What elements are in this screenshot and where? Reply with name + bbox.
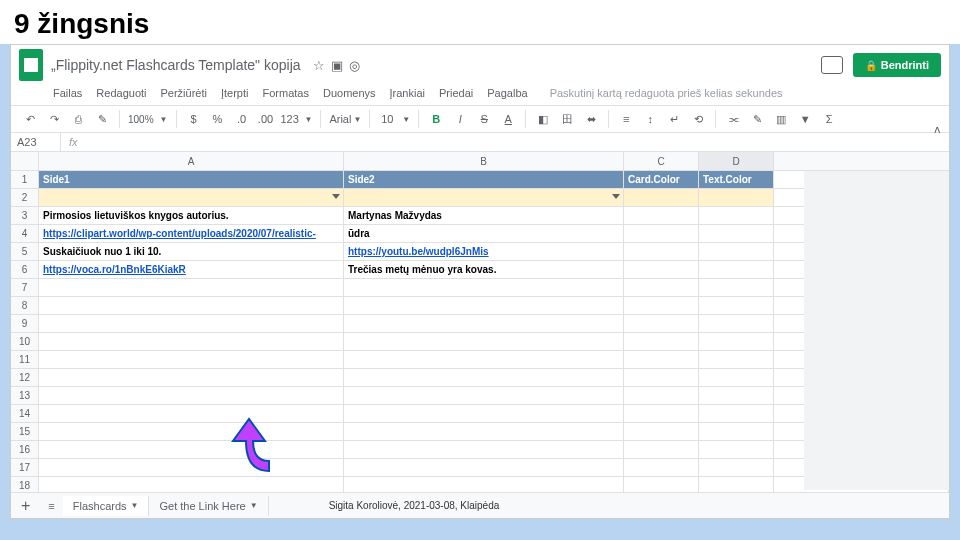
cell-link[interactable]: https://voca.ro/1nBnkE6KiakR [39,261,344,278]
col-header-b[interactable]: B [344,152,624,170]
cell-dropdown[interactable] [344,189,624,206]
last-edit: Paskutinį kartą redaguota prieš kelias s… [550,87,783,99]
menu-edit[interactable]: Redaguoti [96,87,146,99]
row-header[interactable]: 12 [11,369,39,386]
tab-label: Get the Link Here [159,500,245,512]
link-icon[interactable]: ⫘ [724,113,742,125]
menu-file[interactable]: Failas [53,87,82,99]
row-header[interactable]: 4 [11,225,39,242]
menu-insert[interactable]: Įterpti [221,87,249,99]
sheets-logo-icon [19,49,43,81]
name-box[interactable]: A23 [11,133,61,151]
menu-help[interactable]: Pagalba [487,87,527,99]
italic-icon[interactable]: I [451,113,469,125]
cell[interactable]: Card.Color [624,171,699,188]
cell[interactable]: Pirmosios lietuviškos knygos autorius. [39,207,344,224]
row-header[interactable]: 2 [11,189,39,206]
doc-title[interactable]: „Flippity.net Flashcards Template" kopij… [51,57,301,73]
footer-note: Sigita Koroliovė, 2021-03-08, Klaipėda [329,500,500,511]
chevron-down-icon[interactable] [332,194,340,199]
comment2-icon[interactable]: ✎ [748,113,766,126]
row-header[interactable]: 10 [11,333,39,350]
cell[interactable]: ūdra [344,225,624,242]
row-header[interactable]: 6 [11,261,39,278]
tab-getlink[interactable]: Get the Link Here▼ [149,496,268,516]
cell[interactable]: Martynas Mažvydas [344,207,624,224]
fontsize[interactable]: 10 [378,113,396,125]
row-header[interactable]: 13 [11,387,39,404]
add-sheet-button[interactable]: + [11,497,40,515]
comment-icon[interactable] [821,56,843,74]
strike-icon[interactable]: S [475,113,493,125]
chart-icon[interactable]: ▥ [772,113,790,126]
chevron-down-icon[interactable] [612,194,620,199]
paint-icon[interactable]: ✎ [93,113,111,126]
sheets-app: „Flippity.net Flashcards Template" kopij… [10,44,950,519]
cell[interactable]: Trečias metų mėnuo yra kovas. [344,261,624,278]
halign-icon[interactable]: ≡ [617,113,635,125]
cell-link[interactable]: https://clipart.world/wp-content/uploads… [39,225,344,242]
row-header[interactable]: 3 [11,207,39,224]
borders-icon[interactable]: 田 [558,112,576,127]
undo-icon[interactable]: ↶ [21,113,39,126]
font-select[interactable]: Arial [329,113,347,125]
row-header[interactable]: 7 [11,279,39,296]
row-header[interactable]: 5 [11,243,39,260]
dec2-icon[interactable]: .00 [257,113,275,125]
cell[interactable]: Side2 [344,171,624,188]
sheet-tabs-bar: + ≡ Flashcards▼ Get the Link Here▼ Sigit… [11,492,949,518]
row-header[interactable]: 15 [11,423,39,440]
share-label: Bendrinti [881,59,929,71]
move-icon[interactable]: ▣ [331,58,343,73]
textcolor-icon[interactable]: A [499,113,517,125]
print-icon[interactable]: ⎙ [69,113,87,125]
row-header[interactable]: 17 [11,459,39,476]
menu-tools[interactable]: Įrankiai [390,87,425,99]
bold-icon[interactable]: B [427,113,445,125]
col-header-a[interactable]: A [39,152,344,170]
row-header[interactable]: 9 [11,315,39,332]
cell[interactable]: Side1 [39,171,344,188]
menu-view[interactable]: Peržiūrėti [161,87,207,99]
cell-link[interactable]: https://youtu.be/wudpl6JnMis [344,243,624,260]
dec-icon[interactable]: .0 [233,113,251,125]
arrow-annotation-icon [196,406,286,496]
filter-icon[interactable]: ▼ [796,113,814,125]
row-header[interactable]: 8 [11,297,39,314]
menu-format[interactable]: Formatas [262,87,308,99]
cell[interactable]: Text.Color [699,171,774,188]
col-header-d[interactable]: D [699,152,774,170]
valign-icon[interactable]: ↕ [641,113,659,125]
row-header[interactable]: 16 [11,441,39,458]
select-all-corner[interactable] [11,152,39,170]
menu-bar: Failas Redaguoti Peržiūrėti Įterpti Form… [11,85,949,105]
cloud-icon[interactable]: ◎ [349,58,360,73]
chevron-down-icon[interactable]: ▼ [250,501,258,510]
zoom[interactable]: 100% [128,114,154,125]
fx-label: fx [61,133,86,151]
share-button[interactable]: 🔒Bendrinti [853,53,941,77]
all-sheets-icon[interactable]: ≡ [40,500,62,512]
percent-icon[interactable]: % [209,113,227,125]
redo-icon[interactable]: ↷ [45,113,63,126]
rotate-icon[interactable]: ⟲ [689,113,707,126]
star-icon[interactable]: ☆ [313,58,325,73]
merge-icon[interactable]: ⬌ [582,113,600,126]
numfmt[interactable]: 123 [281,113,299,125]
wrap-icon[interactable]: ↵ [665,113,683,126]
cell[interactable]: Suskaičiuok nuo 1 iki 10. [39,243,344,260]
chevron-down-icon[interactable]: ▼ [131,501,139,510]
collapse-icon[interactable]: ʌ [934,123,941,136]
tab-flashcards[interactable]: Flashcards▼ [63,496,150,516]
fill-icon[interactable]: ◧ [534,113,552,126]
row-header[interactable]: 1 [11,171,39,188]
row-header[interactable]: 11 [11,351,39,368]
col-header-c[interactable]: C [624,152,699,170]
menu-data[interactable]: Duomenys [323,87,376,99]
cell-dropdown[interactable] [39,189,344,206]
functions-icon[interactable]: Σ [820,113,838,125]
row-header[interactable]: 14 [11,405,39,422]
right-empty-pane [804,171,949,490]
menu-addons[interactable]: Priedai [439,87,473,99]
currency-icon[interactable]: $ [185,113,203,125]
